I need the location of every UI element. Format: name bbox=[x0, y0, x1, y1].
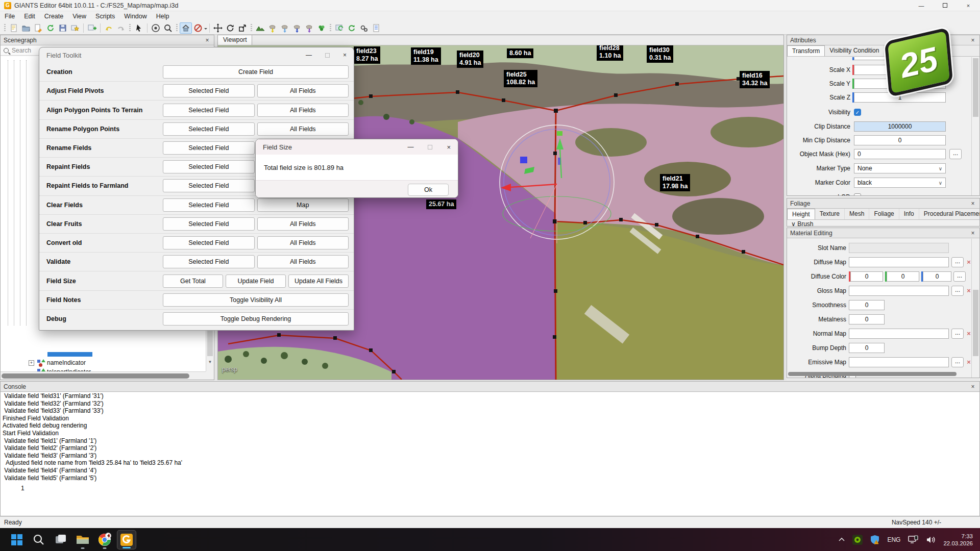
clip-distance-field[interactable]: 1000000 bbox=[854, 121, 946, 132]
scrollbar-thumb[interactable] bbox=[973, 290, 978, 356]
marker-color-select[interactable]: black∨ bbox=[854, 178, 946, 188]
chrome-button[interactable] bbox=[95, 530, 114, 549]
diffuse-map-browse-button[interactable]: ... bbox=[951, 257, 964, 267]
taskbar-search-button[interactable] bbox=[29, 530, 48, 549]
rename-fields-selected-field-button[interactable]: Selected Field bbox=[163, 141, 255, 155]
normal-map-field[interactable] bbox=[849, 329, 949, 339]
field-size-titlebar[interactable]: Field Size — × bbox=[256, 139, 458, 155]
menu-scripts[interactable]: Scripts bbox=[91, 11, 119, 21]
tab-transform[interactable]: Transform bbox=[787, 45, 825, 56]
menu-help[interactable]: Help bbox=[152, 11, 174, 21]
gloss-map-clear-icon[interactable]: × bbox=[965, 286, 971, 296]
zoom-tool-icon[interactable] bbox=[162, 22, 174, 34]
attributes-header[interactable]: Attributes × bbox=[787, 35, 979, 45]
redo-icon[interactable] bbox=[115, 22, 127, 34]
minimize-icon[interactable]: — bbox=[306, 52, 312, 59]
close-icon[interactable]: × bbox=[204, 37, 211, 44]
material-editing-header[interactable]: Material Editing × bbox=[787, 228, 979, 238]
rotate-tool-icon[interactable] bbox=[224, 22, 236, 34]
sidebar-item-teleportindicator[interactable]: teleportIndicator bbox=[29, 367, 91, 371]
adjust-field-pivots-all-fields-button[interactable]: All Fields bbox=[257, 84, 349, 97]
clock[interactable]: 7:33 22.03.2026 bbox=[943, 533, 973, 547]
terrain-lower-brush-icon[interactable] bbox=[291, 22, 303, 34]
menu-file[interactable]: File bbox=[0, 11, 19, 21]
diffuse-color-r-field[interactable]: 0 bbox=[850, 271, 883, 282]
tab-mesh[interactable]: Mesh bbox=[845, 209, 869, 219]
tree-expand-icon[interactable]: + bbox=[29, 360, 34, 366]
scenegraph-horizontal-scrollbar[interactable] bbox=[1, 371, 206, 380]
minimize-icon[interactable]: — bbox=[407, 143, 413, 151]
convert-old-selected-field-button[interactable]: Selected Field bbox=[163, 236, 255, 249]
lod-checkbox[interactable] bbox=[854, 193, 861, 195]
minimize-button[interactable]: — bbox=[910, 0, 933, 11]
bump-depth-field[interactable]: 0 bbox=[849, 343, 885, 353]
smoothness-field[interactable]: 0 bbox=[849, 300, 885, 310]
undo-icon[interactable] bbox=[103, 22, 115, 34]
nvidia-tray-icon[interactable] bbox=[852, 535, 863, 545]
close-icon[interactable]: × bbox=[969, 383, 976, 390]
console-input[interactable]: 1 bbox=[1, 485, 979, 492]
scroll-down-icon[interactable]: ▼ bbox=[206, 360, 214, 364]
normal-map-browse-button[interactable]: ... bbox=[951, 329, 964, 339]
tab-info[interactable]: Info bbox=[899, 209, 919, 219]
diffuse-map-clear-icon[interactable]: × bbox=[965, 257, 971, 267]
scale-tool-icon[interactable] bbox=[236, 22, 249, 34]
tab-texture[interactable]: Texture bbox=[815, 209, 845, 219]
align-polygon-points-to-terrain-selected-field-button[interactable]: Selected Field bbox=[163, 104, 255, 117]
convert-old-all-fields-button[interactable]: All Fields bbox=[257, 236, 349, 249]
menu-window[interactable]: Window bbox=[119, 11, 151, 21]
translate-tool-icon[interactable] bbox=[212, 22, 224, 34]
creation-create-field-button[interactable]: Create Field bbox=[163, 65, 349, 79]
terrain-sculpt-icon[interactable] bbox=[254, 22, 266, 34]
diffuse-color-g-field[interactable]: 0 bbox=[887, 271, 919, 282]
security-shield-icon[interactable] bbox=[870, 535, 880, 545]
task-view-button[interactable] bbox=[51, 530, 70, 549]
validate-all-fields-button[interactable]: All Fields bbox=[257, 255, 349, 268]
maximize-icon[interactable] bbox=[325, 53, 330, 58]
export-icon[interactable] bbox=[69, 22, 81, 34]
save-icon[interactable] bbox=[57, 22, 69, 34]
diffuse-map-field[interactable] bbox=[849, 257, 949, 267]
start-button[interactable] bbox=[7, 530, 27, 549]
clear-fields-selected-field-button[interactable]: Selected Field bbox=[163, 198, 255, 212]
new-scene-icon[interactable] bbox=[8, 22, 20, 34]
import-icon[interactable] bbox=[32, 22, 44, 34]
field-toolkit-titlebar[interactable]: Field Toolkit — × bbox=[39, 47, 354, 63]
language-indicator[interactable]: ENG bbox=[887, 536, 900, 543]
clear-fields-map-button[interactable]: Map bbox=[257, 198, 349, 212]
sidebar-item-nameindicator[interactable]: +nameIndicator bbox=[29, 358, 86, 367]
selected-tree-item-partial[interactable] bbox=[47, 352, 92, 357]
close-icon[interactable]: × bbox=[969, 200, 976, 207]
field-size-get-total-button[interactable]: Get Total bbox=[163, 274, 223, 288]
close-icon[interactable]: × bbox=[343, 52, 347, 59]
visibility-checkbox[interactable]: ✓ bbox=[854, 109, 861, 116]
foliage-header[interactable]: Foliage × bbox=[787, 198, 979, 209]
debug-toggle-debug-rendering-button[interactable]: Toggle Debug Rendering bbox=[163, 312, 349, 325]
min-clip-distance-field[interactable]: 0 bbox=[854, 135, 946, 145]
menu-create[interactable]: Create bbox=[40, 11, 68, 21]
gloss-map-field[interactable] bbox=[849, 286, 949, 296]
align-polygon-points-to-terrain-all-fields-button[interactable]: All Fields bbox=[257, 104, 349, 117]
scrollbar-thumb[interactable] bbox=[973, 58, 978, 117]
emissive-map-field[interactable] bbox=[849, 357, 949, 367]
close-icon[interactable]: × bbox=[969, 230, 976, 237]
terrain-paint-brush-icon[interactable] bbox=[303, 22, 315, 34]
brush-section[interactable]: ∨ Brush bbox=[791, 220, 814, 227]
rename-polygon-points-all-fields-button[interactable]: All Fields bbox=[257, 122, 349, 136]
object-mask-more-button[interactable]: ... bbox=[949, 149, 962, 159]
field-notes-toggle-visibility-all-button[interactable]: Toggle Visibility All bbox=[163, 293, 349, 307]
repaint-fields-selected-field-button[interactable]: Selected Field bbox=[163, 160, 255, 173]
console-header[interactable]: Console × bbox=[1, 382, 979, 392]
metalness-field[interactable]: 0 bbox=[849, 314, 885, 324]
validate-selected-field-button[interactable]: Selected Field bbox=[163, 255, 255, 268]
file-explorer-button[interactable] bbox=[73, 530, 92, 549]
object-mask-field[interactable]: 0 bbox=[854, 149, 946, 159]
terrain-smooth-brush-icon[interactable] bbox=[279, 22, 291, 34]
script-editor-icon[interactable] bbox=[370, 22, 382, 34]
adjust-field-pivots-selected-field-button[interactable]: Selected Field bbox=[163, 84, 255, 97]
ok-button[interactable]: Ok bbox=[408, 184, 449, 196]
camera-home-icon[interactable] bbox=[180, 22, 192, 34]
material-scrollbar[interactable] bbox=[971, 239, 979, 378]
clear-fruits-all-fields-button[interactable]: All Fields bbox=[257, 217, 349, 231]
render-eye-icon[interactable] bbox=[150, 22, 162, 34]
